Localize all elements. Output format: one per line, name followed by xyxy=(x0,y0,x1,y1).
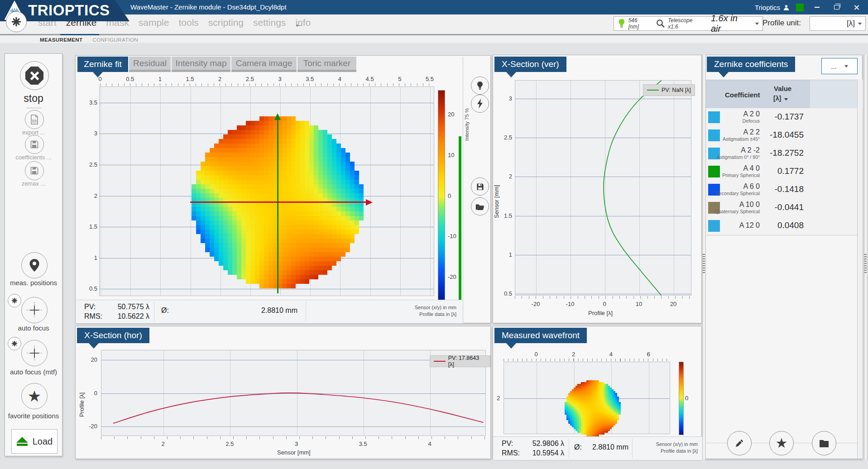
table-row[interactable]: A 4 0Primary Spherical 0.1772 xyxy=(705,163,857,181)
tick-label: 1.5 xyxy=(89,223,97,230)
tick-label: 1 xyxy=(509,251,512,258)
profile-unit-select[interactable]: [λ] xyxy=(810,16,866,31)
tab-zernike-fit[interactable]: Zernike fit xyxy=(77,57,128,72)
table-scroll-strip[interactable] xyxy=(858,80,863,459)
table-row[interactable]: A 6 0Secondary Spherical -0.1418 xyxy=(705,181,857,199)
intensity-level-bar xyxy=(459,136,461,319)
measured-wavefront-title: Measured wavefront xyxy=(494,328,587,343)
user-account: Trioptics xyxy=(755,4,790,11)
library-button[interactable] xyxy=(812,431,836,455)
column-value-line2[interactable]: [λ] xyxy=(773,95,788,102)
mw-plot xyxy=(504,362,670,434)
zernike-coefficients-panel: Zernike coefficients ... Coefficient Val… xyxy=(705,55,863,459)
tick-label: -10 xyxy=(566,301,575,307)
window-title: WaveMaster - Zernike module - Dse34dpt_D… xyxy=(130,3,287,11)
tab-camera-image[interactable]: Camera image xyxy=(231,57,297,72)
lamp-button[interactable] xyxy=(471,77,489,95)
zernike-fit-statusbar: PV: 50.7575 λ RMS: 10.5622 λ Ø: 2.8810 m… xyxy=(76,300,463,323)
tab-toric-marker[interactable]: Toric marker xyxy=(297,57,356,72)
tick-label: 5 xyxy=(398,76,401,82)
tab-residual[interactable]: Residual xyxy=(129,57,171,72)
favorites-button[interactable]: ★ xyxy=(769,431,794,455)
x-axis-ticks: 0246 xyxy=(536,351,648,357)
back-arrow[interactable]: ← xyxy=(294,19,303,29)
load-button[interactable]: Load xyxy=(11,429,58,454)
folder-icon xyxy=(819,439,830,448)
column-value-line1[interactable]: Value xyxy=(774,85,791,92)
menu-item-scripting[interactable]: scripting xyxy=(208,17,244,28)
divider xyxy=(26,108,42,108)
hor-profile-plot xyxy=(101,350,486,436)
export-button[interactable]: PDF xyxy=(25,110,44,129)
maximize-button[interactable] xyxy=(830,2,844,12)
table-row[interactable]: A 2 -2Astigmatism 0° / 90° -18.2752 xyxy=(705,144,857,163)
zemax-button[interactable] xyxy=(25,161,44,180)
tick-label: 3 xyxy=(278,76,281,82)
rail-divider xyxy=(463,57,463,322)
column-coefficient[interactable]: Coefficient xyxy=(725,91,760,99)
minimize-icon xyxy=(815,7,820,8)
menu-item-sample[interactable]: sample xyxy=(139,17,169,28)
panel-splitter[interactable] xyxy=(702,55,706,459)
tick-label: 2 xyxy=(572,351,575,358)
splitter-grip[interactable] xyxy=(703,254,705,274)
profile-unit-value: [λ] xyxy=(847,19,855,28)
tick-label: 0.5 xyxy=(504,290,512,297)
menu-item-tools[interactable]: tools xyxy=(178,17,198,28)
meas-positions-button[interactable] xyxy=(21,252,48,278)
tab-intensity-map[interactable]: Intensity map xyxy=(172,57,230,72)
magnifier-icon xyxy=(656,19,666,29)
minimize-button[interactable] xyxy=(810,2,824,12)
flash-button[interactable] xyxy=(471,95,489,113)
vertical-arrow-head xyxy=(274,113,281,120)
magnification-select[interactable]: 1.6x in air xyxy=(711,13,749,34)
menu-divider xyxy=(0,34,868,35)
xsection-hor-title: X-Section (hor) xyxy=(77,328,149,343)
splitter-grip[interactable] xyxy=(864,254,867,274)
mw-statusbar: PV: 52.9806 λ RMS: 10.5954 λ Ø: 2.8810 m… xyxy=(493,436,702,460)
ver-legend: PV: NaN [λ] xyxy=(643,84,695,96)
x-axis-ticks: -20-1001020 xyxy=(536,301,673,308)
coefficients-button[interactable] xyxy=(25,135,44,154)
legend-text: PV: 17.8643 [λ] xyxy=(448,355,486,368)
wavefront-plot xyxy=(99,86,434,296)
rms-label: RMS: xyxy=(502,449,520,457)
rms-value: 10.5622 λ xyxy=(118,312,149,321)
table-row[interactable]: A 2 2Astigmatism ±45° -18.0455 xyxy=(705,126,857,145)
menu-item-settings[interactable]: settings xyxy=(253,17,286,28)
stop-button[interactable] xyxy=(20,61,49,90)
star-icon: ★ xyxy=(28,388,41,404)
tick-label: 0.5 xyxy=(89,285,97,292)
legend-line-sample xyxy=(647,90,659,91)
coefficients-label: coefficients ... xyxy=(5,154,62,161)
coefficients-dropdown[interactable]: ... xyxy=(821,58,858,74)
autofocus-mtf-label: auto focus (mtf) xyxy=(5,368,62,376)
zemax-label: zemax ... xyxy=(5,180,62,187)
autofocus-button[interactable] xyxy=(21,297,48,323)
chevron-down-icon[interactable] xyxy=(755,23,759,25)
tick-label: 0 xyxy=(98,76,101,82)
sort-caret-icon xyxy=(784,98,788,100)
tab-configuration[interactable]: CONFIGURATION xyxy=(93,37,139,43)
y-axis-ticks: 32.521.510.5 xyxy=(499,98,512,293)
units-note: Sensor (x/y) in mm Profile data in [λ] xyxy=(656,441,698,455)
autofocus-label: auto focus xyxy=(5,324,62,332)
x-axis-ticks: 00.511.522.533.544.555.5 xyxy=(100,76,430,83)
table-row[interactable]: A 10 0Quaternary Spherical -0.0441 xyxy=(705,199,857,217)
autofocus-mtf-button[interactable] xyxy=(21,340,48,366)
tab-measurement[interactable]: MEASUREMENT xyxy=(40,37,83,43)
favorite-positions-button[interactable]: ★ xyxy=(21,383,48,409)
edge-splitter[interactable] xyxy=(864,55,868,459)
close-button[interactable] xyxy=(850,2,863,12)
edit-button[interactable] xyxy=(727,431,752,455)
hor-legend: PV: 17.8643 [λ] xyxy=(430,355,490,367)
x-axis-label: Sensor [mm] xyxy=(277,449,311,456)
save-button[interactable] xyxy=(471,177,489,196)
open-folder-button[interactable] xyxy=(471,197,489,215)
tick-label: 1.5 xyxy=(186,76,194,82)
tick-label: -20 xyxy=(89,423,97,430)
tick-label: 2 xyxy=(509,173,512,180)
table-row[interactable]: A 2 0Defocus -0.1737 xyxy=(705,108,857,127)
table-row[interactable]: A 12 0 0.0408 xyxy=(705,217,857,235)
ver-profile-plot xyxy=(515,80,691,296)
